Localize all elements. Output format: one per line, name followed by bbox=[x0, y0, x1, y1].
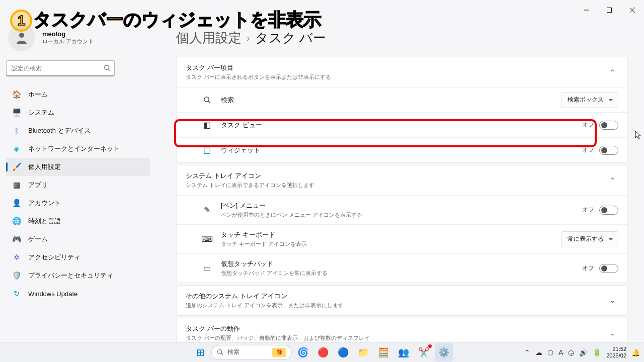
search-icon bbox=[202, 96, 212, 104]
search-badge-icon: 🎁 bbox=[272, 348, 286, 357]
update-icon: ↻ bbox=[12, 289, 21, 298]
main-content: 個人用設定 › タスク バー タスク バー項目 タスク バーに表示されるボタンを… bbox=[156, 20, 638, 347]
nav-list: 🏠ホーム 🖥️システム ᛒBluetooth とデバイス ◈ネットワークとインタ… bbox=[6, 85, 150, 303]
tray-chevron-icon[interactable]: ⌃ bbox=[524, 348, 530, 356]
chevron-right-icon: › bbox=[247, 32, 250, 44]
svg-point-4 bbox=[19, 33, 24, 38]
taskview-toggle[interactable] bbox=[599, 121, 618, 130]
clock[interactable]: 21:52 2025/02 bbox=[606, 346, 626, 359]
nav-home[interactable]: 🏠ホーム bbox=[6, 85, 150, 104]
widgets-icon: ◫ bbox=[202, 145, 212, 155]
chevron-up-icon: ⌃ bbox=[607, 65, 618, 79]
nav-personalization[interactable]: 🖌️個人用設定 bbox=[6, 158, 150, 176]
mouse-cursor-icon bbox=[635, 131, 642, 140]
toggle-state-label: オフ bbox=[582, 121, 594, 129]
other-tray-section[interactable]: その他のシステム トレイ アイコン 追加のシステム トレイ アイコンを表示、また… bbox=[176, 285, 628, 316]
start-button[interactable]: ⊞ bbox=[191, 343, 209, 361]
pen-icon: ✎ bbox=[202, 205, 212, 215]
sidebar: meolog ローカル アカウント 🏠ホーム 🖥️システム ᛒBluetooth… bbox=[0, 20, 156, 303]
shield-icon: 🛡️ bbox=[12, 271, 21, 280]
nav-accessibility[interactable]: ✲アクセシビリティ bbox=[6, 248, 150, 266]
svg-point-9 bbox=[218, 350, 222, 354]
touchpad-icon: ▭ bbox=[202, 263, 212, 273]
globe-icon: 🌐 bbox=[12, 217, 21, 226]
minimize-button[interactable] bbox=[575, 0, 598, 20]
wifi-tray-icon[interactable]: ◶ bbox=[568, 348, 574, 356]
wifi-icon: ◈ bbox=[12, 144, 21, 153]
svg-point-7 bbox=[204, 97, 208, 102]
widgets-setting-row: ◫ ウィジェット オフ bbox=[177, 137, 627, 162]
touch-keyboard-dropdown[interactable]: 常に表示する bbox=[561, 231, 618, 247]
maximize-button[interactable] bbox=[598, 0, 621, 20]
antivirus-icon[interactable]: ⬡ bbox=[547, 348, 553, 356]
svg-rect-1 bbox=[607, 8, 612, 13]
nav-privacy[interactable]: 🛡️プライバシーとセキュリティ bbox=[6, 266, 150, 285]
nav-gaming[interactable]: 🎮ゲーム bbox=[6, 230, 150, 248]
chevron-down-icon: ⌄ bbox=[607, 326, 618, 340]
volume-icon[interactable]: 🔊 bbox=[579, 348, 588, 356]
nav-accounts[interactable]: 👤アカウント bbox=[6, 194, 150, 212]
touch-keyboard-row: ⌨ タッチ キーボード タッチ キーボード アイコンを表示 常に表示する bbox=[177, 224, 627, 253]
teams-icon[interactable]: 👥 bbox=[394, 343, 413, 361]
taskview-setting-row: ◧ タスク ビュー オフ bbox=[177, 112, 627, 137]
nav-network[interactable]: ◈ネットワークとインターネット bbox=[6, 140, 150, 158]
onedrive-icon[interactable]: ☁ bbox=[535, 348, 542, 356]
settings-search-input[interactable] bbox=[6, 60, 115, 76]
pen-toggle[interactable] bbox=[599, 206, 618, 215]
taskbar-items-section: タスク バー項目 タスク バーに表示されるボタンを表示または非表示にする ⌃ 検… bbox=[176, 57, 628, 163]
taskbar-search[interactable]: 検索 🎁 bbox=[211, 345, 292, 360]
nav-bluetooth[interactable]: ᛒBluetooth とデバイス bbox=[6, 122, 150, 140]
system-icon: 🖥️ bbox=[12, 108, 21, 117]
taskview-icon: ◧ bbox=[202, 120, 212, 130]
toggle-state-label: オフ bbox=[582, 146, 594, 154]
home-icon: 🏠 bbox=[12, 90, 21, 99]
settings-window: meolog ローカル アカウント 🏠ホーム 🖥️システム ᛒBluetooth… bbox=[0, 0, 644, 347]
nav-update[interactable]: ↻Windows Update bbox=[6, 285, 150, 303]
search-mode-dropdown[interactable]: 検索ボックス bbox=[561, 92, 618, 108]
notifications-icon[interactable]: 🔔 bbox=[631, 348, 640, 356]
chrome-icon[interactable]: 🔴 bbox=[314, 343, 332, 361]
battery-icon[interactable]: 🔋 bbox=[593, 348, 601, 356]
system-tray-section: システム トレイ アイコン システム トレイに表示できるアイコンを選択します ⌃… bbox=[176, 165, 628, 283]
accessibility-icon: ✲ bbox=[12, 253, 21, 262]
search-setting-row: 検索 検索ボックス bbox=[177, 87, 627, 112]
chevron-down-icon: ⌄ bbox=[607, 294, 618, 307]
svg-line-10 bbox=[221, 353, 223, 355]
touchpad-toggle[interactable] bbox=[599, 264, 618, 273]
bluetooth-icon: ᛒ bbox=[12, 126, 21, 135]
windows-taskbar: ⊞ 検索 🎁 🌀 🔴 🔵 📁 🧮 👥 ✂️ ⚙️ ⌃ ☁ ⬡ A ◶ 🔊 🔋 2… bbox=[0, 342, 644, 362]
settings-icon[interactable]: ⚙️ bbox=[435, 343, 453, 361]
edge-icon[interactable]: 🔵 bbox=[334, 343, 352, 361]
ime-indicator[interactable]: A bbox=[558, 348, 563, 356]
calculator-icon[interactable]: 🧮 bbox=[374, 343, 392, 361]
widgets-toggle[interactable] bbox=[599, 146, 618, 155]
chevron-up-icon: ⌃ bbox=[607, 173, 618, 187]
explorer-icon[interactable]: 📁 bbox=[354, 343, 372, 361]
apps-icon: ▦ bbox=[12, 180, 21, 190]
user-account-type: ローカル アカウント bbox=[42, 38, 94, 45]
taskbar-items-header[interactable]: タスク バー項目 タスク バーに表示されるボタンを表示または非表示にする ⌃ bbox=[177, 57, 627, 87]
tutorial-annotation: 1タスクバーのウィジェットを非表示 bbox=[10, 8, 321, 32]
keyboard-icon: ⌨ bbox=[202, 234, 212, 244]
snipping-tool-icon[interactable]: ✂️ bbox=[415, 343, 433, 361]
virtual-touchpad-row: ▭ 仮想タッチパッド 仮想タッチパッド アイコンを常に表示する オフ bbox=[177, 253, 627, 283]
nav-apps[interactable]: ▦アプリ bbox=[6, 176, 150, 194]
pen-menu-row: ✎ [ペン] メニュー ペンが使用中のときにペン メニュー アイコンを表示する … bbox=[177, 195, 627, 224]
brush-icon: 🖌️ bbox=[12, 162, 21, 171]
nav-system[interactable]: 🖥️システム bbox=[6, 104, 150, 122]
close-button[interactable] bbox=[621, 0, 644, 20]
svg-line-8 bbox=[208, 101, 210, 103]
account-icon: 👤 bbox=[12, 199, 21, 208]
copilot-icon[interactable]: 🌀 bbox=[294, 343, 312, 361]
gamepad-icon: 🎮 bbox=[12, 235, 21, 244]
nav-time[interactable]: 🌐時刻と言語 bbox=[6, 212, 150, 230]
system-tray-header[interactable]: システム トレイ アイコン システム トレイに表示できるアイコンを選択します ⌃ bbox=[177, 165, 627, 195]
